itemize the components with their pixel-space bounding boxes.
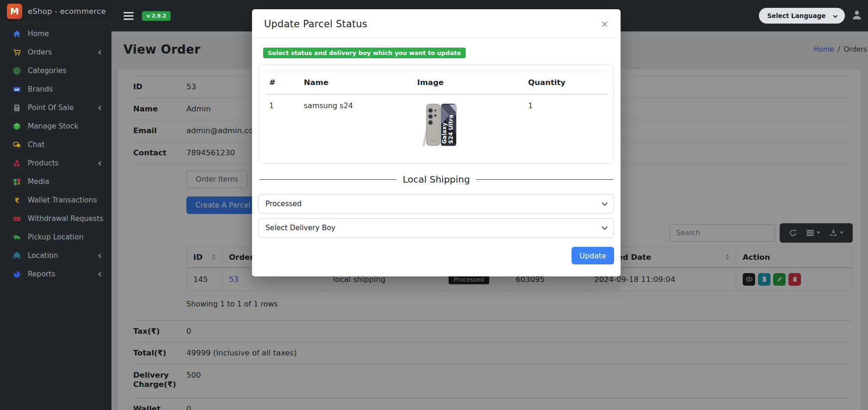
sidebar-item-wallet-transactions[interactable]: ₹ Wallet Transactions: [0, 191, 111, 209]
chevron-left-icon: [98, 50, 103, 55]
sidebar-item-label: Reports: [28, 270, 99, 278]
cube-icon: [12, 122, 21, 130]
items-header-row: # Name Image Quantity: [265, 71, 607, 95]
sidebar-item-label: Orders: [28, 48, 99, 56]
update-parcel-status-modal: Update Parcel Status × Select status and…: [252, 9, 621, 276]
sidebar-item-categories[interactable]: Categories: [0, 61, 111, 80]
sidebar-item-label: Products: [28, 159, 99, 167]
sidebar-item-home[interactable]: Home: [0, 24, 111, 43]
item-quantity: 1: [524, 94, 607, 156]
sidebar-item-label: Home: [28, 30, 102, 38]
item-name: samsung s24: [300, 94, 413, 156]
modal-title: Update Parcel Status: [264, 18, 367, 30]
sidebar-item-label: Withdrawal Requests: [28, 214, 103, 223]
sidebar-item-label: Pickup Location: [28, 233, 102, 241]
svg-text:Galaxy: Galaxy: [441, 122, 448, 144]
local-shipping-title: Local Shipping: [403, 174, 470, 185]
parcel-items-table: # Name Image Quantity 1 samsung s24: [265, 71, 607, 156]
chevron-left-icon: [98, 105, 103, 110]
chevron-left-icon: [98, 272, 103, 276]
hamburger-menu-icon[interactable]: [123, 12, 134, 20]
sidebar-item-label: Chat: [28, 141, 102, 149]
version-badge: v 2.9.2: [142, 11, 171, 21]
boxes-icon: [12, 159, 21, 167]
svg-text:₹: ₹: [15, 196, 19, 204]
sidebar-item-label: Brands: [28, 85, 102, 93]
svg-text:ad: ad: [14, 88, 19, 92]
app-title: eShop - ecommerce: [28, 7, 106, 16]
sidebar-item-point-of-sale[interactable]: Point Of Sale: [0, 98, 111, 117]
sidebar-item-brands[interactable]: ad Brands: [0, 80, 111, 98]
map-pin-icon: [12, 252, 21, 260]
item-index: 1: [265, 94, 300, 156]
chevron-down-icon: [833, 13, 837, 18]
svg-text:S24 Ultra: S24 Ultra: [448, 115, 454, 144]
app-logo-icon: M: [7, 4, 22, 19]
chevron-left-icon: [98, 161, 103, 165]
sidebar-item-label: Manage Stock: [28, 122, 102, 130]
sidebar-item-media[interactable]: Media: [0, 172, 111, 191]
column-header-name: Name: [300, 71, 413, 95]
sidebar-item-orders[interactable]: Orders: [0, 43, 111, 61]
sidebar-item-label: Location: [28, 251, 99, 260]
sidebar-item-withdrawal-requests[interactable]: Withdrawal Requests: [0, 209, 111, 228]
column-header-index: #: [265, 71, 300, 95]
update-button[interactable]: Update: [572, 247, 614, 264]
sidebar: M eShop - ecommerce Home Orders Categori…: [0, 0, 111, 410]
rupee-icon: ₹: [12, 196, 21, 204]
truck-icon: [12, 233, 21, 241]
status-select-wrap: Processed: [259, 194, 614, 214]
cart-icon: [12, 49, 21, 56]
sidebar-item-label: Point Of Sale: [28, 104, 99, 112]
language-select-label: Select Language: [767, 12, 825, 19]
parcel-status-select[interactable]: Processed: [259, 194, 614, 214]
sidebar-item-chat[interactable]: Chat: [0, 135, 111, 154]
item-image-cell: Galaxy S24 Ultra: [413, 94, 524, 156]
modal-note-badge: Select status and delivery boy which you…: [263, 48, 466, 58]
parcel-items-container: # Name Image Quantity 1 samsung s24: [259, 65, 614, 164]
close-icon[interactable]: ×: [600, 19, 609, 29]
local-shipping-divider: Local Shipping: [259, 174, 614, 185]
sidebar-item-label: Media: [28, 177, 102, 186]
sidebar-item-location[interactable]: Location: [0, 246, 111, 265]
language-select[interactable]: Select Language: [759, 8, 845, 24]
media-icon: [12, 178, 21, 186]
chevron-left-icon: [98, 253, 103, 258]
sidebar-item-manage-stock[interactable]: Manage Stock: [0, 117, 111, 135]
ad-badge-icon: ad: [12, 86, 21, 93]
chat-bubbles-icon: [12, 141, 21, 149]
banknote-icon: [12, 215, 21, 223]
user-profile-icon[interactable]: [851, 9, 862, 22]
brand[interactable]: M eShop - ecommerce: [0, 0, 111, 23]
sidebar-menu: Home Orders Categories ad Brands Point O…: [0, 23, 111, 283]
sidebar-item-reports[interactable]: Reports: [0, 265, 111, 283]
home-icon: [12, 30, 21, 38]
column-header-image: Image: [413, 71, 524, 95]
product-image: Galaxy S24 Ultra: [417, 101, 457, 147]
delivery-boy-select-wrap: Select Delivery Boy: [259, 218, 614, 238]
pie-chart-icon: [12, 270, 21, 278]
sidebar-item-pickup-location[interactable]: Pickup Location: [0, 228, 111, 246]
sidebar-item-products[interactable]: Products: [0, 154, 111, 172]
sidebar-item-label: Categories: [28, 67, 102, 75]
column-header-quantity: Quantity: [524, 71, 607, 95]
calculator-icon: [12, 104, 21, 112]
sidebar-item-label: Wallet Transactions: [28, 196, 102, 204]
item-row: 1 samsung s24: [265, 94, 607, 156]
bullseye-icon: [12, 67, 21, 75]
delivery-boy-select[interactable]: Select Delivery Boy: [259, 218, 614, 238]
